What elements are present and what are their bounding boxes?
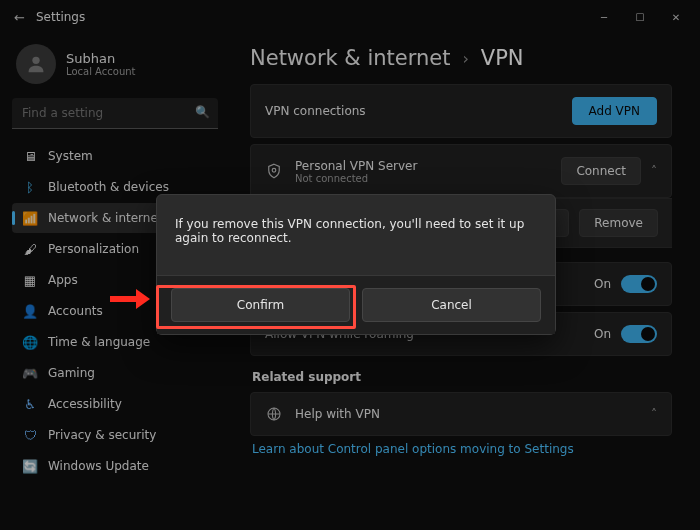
cancel-button[interactable]: Cancel xyxy=(362,288,541,322)
dialog-message: If you remove this VPN connection, you'l… xyxy=(157,195,555,275)
remove-vpn-dialog: If you remove this VPN connection, you'l… xyxy=(156,194,556,335)
confirm-button[interactable]: Confirm xyxy=(171,288,350,322)
